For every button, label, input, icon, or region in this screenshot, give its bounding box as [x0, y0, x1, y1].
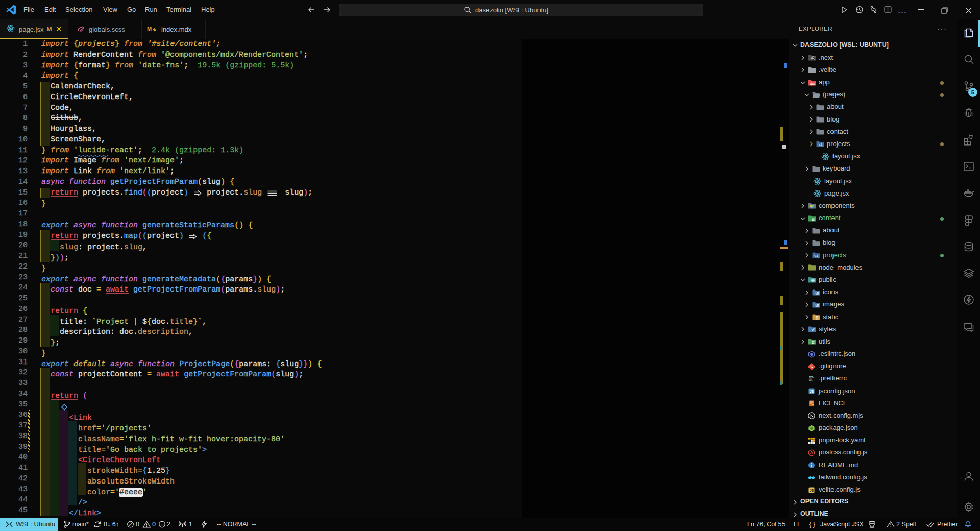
svg-text:JS: JS: [810, 390, 814, 393]
svg-text:JS: JS: [810, 489, 814, 492]
svg-text:M: M: [147, 26, 152, 32]
